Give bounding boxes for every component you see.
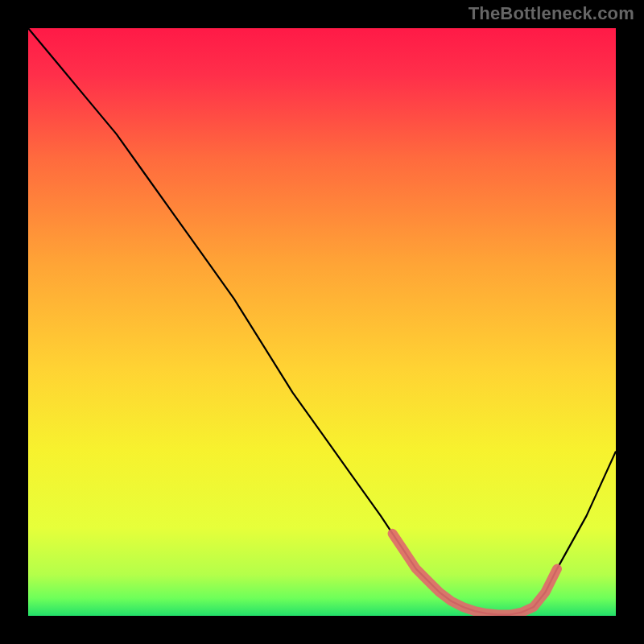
- plot-area: [28, 28, 616, 616]
- gradient-background: [28, 28, 616, 616]
- chart-svg: [28, 28, 616, 616]
- chart-container: TheBottleneck.com: [0, 0, 644, 644]
- watermark-text: TheBottleneck.com: [469, 3, 634, 24]
